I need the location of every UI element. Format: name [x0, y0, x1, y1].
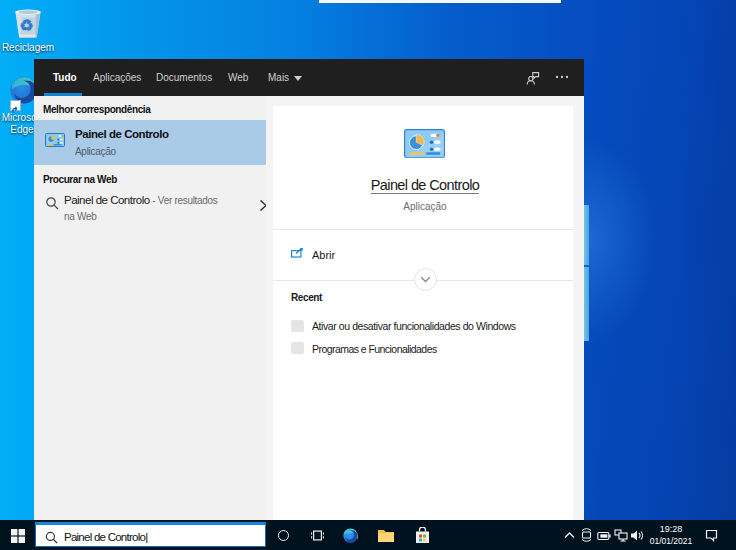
svg-text:♻: ♻ [19, 17, 33, 34]
